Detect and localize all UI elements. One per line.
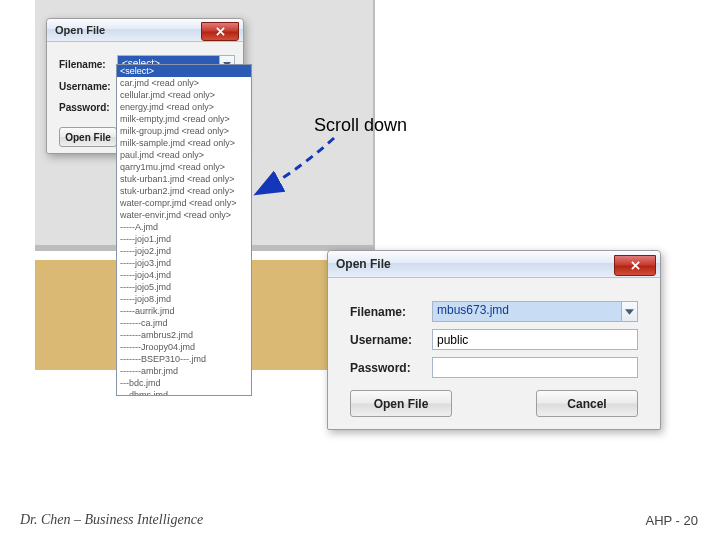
username-label: Username:: [350, 333, 432, 347]
dropdown-option[interactable]: -------ambrus2.jmd: [117, 329, 251, 341]
dropdown-option[interactable]: -----aurrik.jmd: [117, 305, 251, 317]
open-file-button[interactable]: Open File: [350, 390, 452, 417]
username-label: Username:: [59, 81, 117, 92]
dropdown-option[interactable]: -------ambr.jmd: [117, 365, 251, 377]
close-button[interactable]: [201, 22, 239, 41]
password-input[interactable]: [432, 357, 638, 378]
footer-right: AHP - 20: [645, 513, 698, 528]
username-input[interactable]: [432, 329, 638, 350]
filename-label: Filename:: [59, 59, 117, 70]
chevron-down-icon: [625, 309, 634, 315]
dropdown-option[interactable]: -----jojo8.jmd: [117, 293, 251, 305]
dropdown-option[interactable]: ---bdc.jmd: [117, 377, 251, 389]
dropdown-option[interactable]: -----jojo3.jmd: [117, 257, 251, 269]
password-label: Password:: [59, 102, 117, 113]
annotation-text: Scroll down: [314, 115, 407, 136]
open-file-dialog-front: Open File Filename: mbus673.jmd Username…: [327, 250, 661, 430]
dropdown-option[interactable]: energy.jmd <read only>: [117, 101, 251, 113]
dropdown-option[interactable]: -------ca.jmd: [117, 317, 251, 329]
dropdown-option[interactable]: -------BSEP310---.jmd: [117, 353, 251, 365]
filename-dropdown-toggle[interactable]: [621, 301, 638, 322]
dropdown-option[interactable]: water-compr.jmd <read only>: [117, 197, 251, 209]
dropdown-option[interactable]: milk-sample.jmd <read only>: [117, 137, 251, 149]
dropdown-option[interactable]: -----jojo2.jmd: [117, 245, 251, 257]
filename-select[interactable]: mbus673.jmd: [432, 301, 621, 322]
open-file-button[interactable]: Open File: [59, 127, 117, 147]
dropdown-option[interactable]: -----A.jmd: [117, 221, 251, 233]
dropdown-option[interactable]: -----jojo1.jmd: [117, 233, 251, 245]
cancel-button[interactable]: Cancel: [536, 390, 638, 417]
dropdown-option[interactable]: milk-empty.jmd <read only>: [117, 113, 251, 125]
titlebar[interactable]: Open File: [47, 19, 243, 42]
close-icon: [631, 261, 640, 270]
dropdown-option[interactable]: -----jojo4.jmd: [117, 269, 251, 281]
dropdown-option[interactable]: car.jmd <read only>: [117, 77, 251, 89]
dropdown-option[interactable]: -----jojo5.jmd: [117, 281, 251, 293]
titlebar[interactable]: Open File: [328, 251, 660, 278]
window-title: Open File: [336, 257, 391, 271]
dropdown-option[interactable]: ---dbms.jmd: [117, 389, 251, 396]
window-title: Open File: [55, 24, 105, 36]
filename-dropdown-list[interactable]: <select>car.jmd <read only>cellular.jmd …: [116, 64, 252, 396]
dropdown-option[interactable]: milk-group.jmd <read only>: [117, 125, 251, 137]
close-button[interactable]: [614, 255, 656, 276]
dropdown-option[interactable]: -------Jroopy04.jmd: [117, 341, 251, 353]
dropdown-option[interactable]: <select>: [117, 65, 251, 77]
close-icon: [216, 27, 225, 36]
dropdown-option[interactable]: water-envir.jmd <read only>: [117, 209, 251, 221]
dropdown-option[interactable]: paul.jmd <read only>: [117, 149, 251, 161]
dropdown-option[interactable]: stuk-urban2.jmd <read only>: [117, 185, 251, 197]
filename-label: Filename:: [350, 305, 432, 319]
dropdown-option[interactable]: qarry1mu.jmd <read only>: [117, 161, 251, 173]
dropdown-option[interactable]: stuk-urban1.jmd <read only>: [117, 173, 251, 185]
footer-left: Dr. Chen – Business Intelligence: [20, 512, 203, 528]
dropdown-option[interactable]: cellular.jmd <read only>: [117, 89, 251, 101]
password-label: Password:: [350, 361, 432, 375]
